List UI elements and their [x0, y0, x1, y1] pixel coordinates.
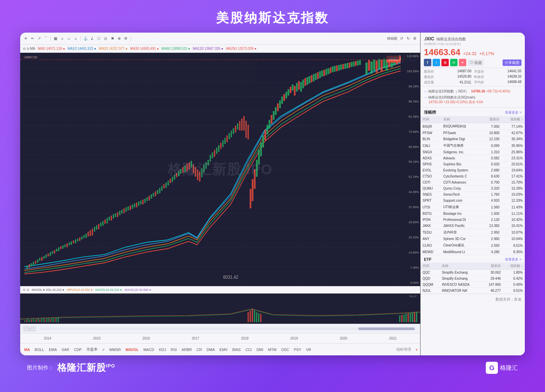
table-row[interactable]: JAKK JAKKS Pacific 13.360 10.41%: [421, 223, 525, 229]
table-row[interactable]: QUMU Qumu Corp. 3.320 15.28%: [421, 186, 525, 192]
gainers-more-link[interactable]: 查看更多 >: [505, 110, 521, 115]
ma-label[interactable]: ⊙ ⊙ MA: [23, 47, 35, 50]
table-row[interactable]: BLIN Bridgeline Digi 12.230 36.34%: [421, 136, 525, 142]
plus-icon[interactable]: ⊕: [116, 36, 122, 41]
wmsr-btn[interactable]: WMSR: [108, 347, 122, 352]
rsi-btn[interactable]: RSI: [169, 347, 178, 352]
chg-cell: 77.14%: [502, 123, 525, 130]
indicator-mgmt-btn[interactable]: 指标管理: [395, 346, 412, 353]
redo-icon[interactable]: ↻: [405, 36, 411, 41]
cdp-btn[interactable]: CDP: [73, 347, 83, 352]
curve-icon[interactable]: ⌒: [43, 36, 48, 41]
table-row[interactable]: SNES SenesTech 1.760 15.03%: [421, 192, 525, 198]
undo-icon[interactable]: ↺: [399, 36, 404, 41]
close-icon[interactable]: ✖: [110, 36, 115, 41]
dmi-btn[interactable]: DMI: [255, 347, 264, 352]
settings-icon[interactable]: ⚙: [123, 36, 129, 41]
svg-rect-68: [136, 202, 137, 207]
hex-icon[interactable]: ⬡: [96, 36, 102, 41]
table-row[interactable]: SPHS Sophiris Bio 0.020 20.61%: [421, 161, 525, 167]
pe-btn[interactable]: 市盈率: [85, 346, 99, 353]
favorite-btn[interactable]: ♡ 自选: [468, 60, 484, 66]
bias-btn[interactable]: BIAS: [231, 347, 242, 352]
timeline-handle[interactable]: [358, 327, 415, 330]
facebook-icon[interactable]: f: [424, 59, 431, 66]
svg-rect-180: [378, 58, 380, 69]
heart-icon[interactable]: ♥: [459, 59, 466, 66]
crosshair-icon[interactable]: ✛: [23, 36, 28, 41]
cci-btn[interactable]: CCI: [244, 347, 253, 352]
table-row[interactable]: IPDN Professional Di 2.120 10.42%: [421, 217, 525, 223]
mavol-btn[interactable]: MAVOL: [124, 347, 140, 352]
psy-btn[interactable]: PSY: [292, 347, 302, 352]
emv-btn[interactable]: EMV: [218, 347, 229, 352]
weibo-icon[interactable]: 微: [441, 59, 449, 66]
table-row[interactable]: UTSI UTI斯达康 1.560 11.43%: [421, 204, 525, 211]
table-row[interactable]: MDWD MediWound Lt 4.280 8.35%: [421, 249, 525, 255]
arrow-icon[interactable]: ↗: [36, 36, 42, 41]
ma250-indicator: MA250 12573.039 ●: [226, 47, 257, 50]
vr-btn[interactable]: VR: [305, 347, 313, 352]
grid-icon[interactable]: ▦: [53, 36, 58, 41]
next-icon[interactable]: »: [73, 36, 78, 41]
table-row[interactable]: CTSO CytoSorbents C 8.630 17.41%: [421, 173, 525, 180]
svg-rect-232: [401, 315, 403, 322]
twitter-icon[interactable]: t: [433, 59, 440, 66]
svg-rect-210: [36, 319, 37, 322]
wechat-icon[interactable]: W: [450, 59, 458, 66]
table-row[interactable]: BSTG Biostage Inc 1.500 11.11%: [421, 211, 525, 217]
boll-btn[interactable]: BOLL: [33, 347, 45, 352]
table-row[interactable]: QQD Simplify Exchang 29.446 0.42%: [421, 276, 525, 282]
angle-icon[interactable]: ∠: [89, 36, 95, 41]
price-cell: 10.800: [481, 130, 501, 136]
timeline-scroll[interactable]: ···: [20, 324, 420, 333]
ma-btn[interactable]: MA: [23, 347, 31, 352]
table-row[interactable]: ANY Sphere 3D Cor 2.960 10.04%: [421, 236, 525, 242]
table-row[interactable]: CLRO ClearOne通讯 2.550 8.51%: [421, 242, 525, 249]
etf-more-link[interactable]: 查看更多 >: [505, 257, 521, 262]
settings2-icon[interactable]: ⚙: [412, 36, 417, 41]
mtm-btn[interactable]: MTM: [267, 347, 278, 352]
svg-rect-47: [92, 229, 93, 235]
price-cell: 1.760: [481, 192, 501, 198]
name-cell: Professional Di: [441, 217, 482, 223]
pen-icon[interactable]: ✏: [30, 36, 35, 41]
prev-prev-icon[interactable]: «: [60, 36, 65, 41]
sep2: [80, 36, 81, 41]
table-row[interactable]: NJUL INNOVATOR NA' 46.277 0.01%: [421, 288, 525, 294]
price-cell: 2.960: [481, 236, 501, 242]
share-btn[interactable]: 分享截图: [503, 60, 521, 66]
anchor-icon[interactable]: ⚓: [83, 36, 88, 41]
y-label-3: 96.19%: [401, 85, 420, 88]
table-row[interactable]: CALI 中国气生物质 0.090 35.95%: [421, 142, 525, 149]
prev-icon[interactable]: ‹‹: [66, 36, 72, 41]
timeline-bar[interactable]: [39, 327, 415, 330]
table-row[interactable]: SPRT Support.com 4.920 12.33%: [421, 198, 525, 204]
chart-type-btn[interactable]: 蜡烛图: [387, 36, 397, 41]
table-row[interactable]: ADXS Advaxis 0.582 23.31%: [421, 155, 525, 161]
ema-btn[interactable]: EMA: [47, 347, 58, 352]
table-row[interactable]: QQQM INVESCO NASDA 147.960 0.40%: [421, 282, 525, 288]
svg-rect-60: [119, 211, 120, 215]
osc-btn[interactable]: OSC: [280, 347, 291, 352]
table-row[interactable]: SNGX Soligenix, Inc. 1.310 25.96%: [421, 149, 525, 155]
sar-btn[interactable]: SAR: [60, 347, 71, 352]
table-row[interactable]: CDTI CDTi Advancec 0.700 15.70%: [421, 180, 525, 186]
code-cell: BSQR: [421, 123, 441, 130]
table-row[interactable]: PFSW PFSweb 10.800 42.67%: [421, 130, 525, 136]
arbr-btn[interactable]: ARBR: [180, 347, 193, 352]
kdj-btn[interactable]: KDJ: [158, 347, 168, 352]
table-row[interactable]: EVOL Evolving System 2.680 19.64%: [421, 167, 525, 173]
chart-main[interactable]: 14063.64 14067.00 格隆汇新股 IPO: [20, 53, 420, 286]
dma-btn[interactable]: DMA: [205, 347, 216, 352]
cr-btn[interactable]: CR: [195, 347, 203, 352]
svg-rect-69: [138, 201, 139, 206]
table-row[interactable]: BSQR BSQUARE科技 7.050 77.14%: [421, 123, 525, 130]
timeline-nav[interactable]: ···: [23, 326, 36, 331]
circle-icon[interactable]: ◎: [103, 36, 108, 41]
more-btn[interactable]: >: [101, 347, 106, 352]
code-cell: SNGX: [421, 149, 441, 155]
macd-btn[interactable]: MACD: [142, 347, 155, 352]
table-row[interactable]: QQC Simplify Exchang 30.062 1.80%: [421, 270, 525, 276]
table-row[interactable]: TEDU 达内科技 2.950 10.07%: [421, 229, 525, 236]
